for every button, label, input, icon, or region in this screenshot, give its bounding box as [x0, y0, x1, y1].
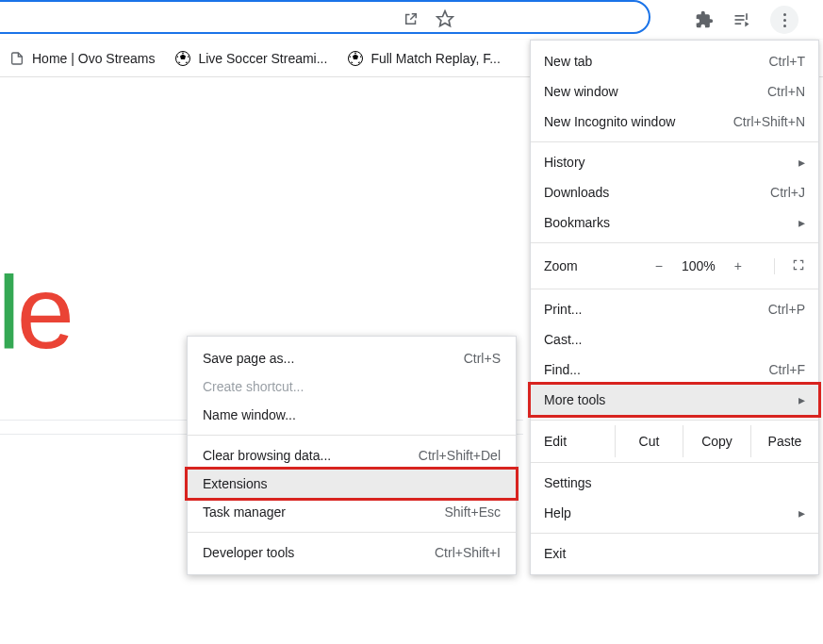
menu-label: New Incognito window — [544, 114, 720, 129]
menu-separator — [531, 533, 818, 534]
menu-label: Settings — [544, 475, 720, 490]
submenu-arrow-icon: ▸ — [796, 505, 805, 520]
menu-label: Cast... — [544, 332, 720, 347]
submenu-label: Name window... — [203, 407, 501, 422]
menu-separator — [531, 242, 818, 243]
edit-cut-button[interactable]: Cut — [615, 425, 683, 457]
submenu-item-create-shortcut: Create shortcut... — [188, 372, 516, 401]
menu-separator — [531, 420, 818, 421]
main-menu-dropdown: New tab Ctrl+T New window Ctrl+N New Inc… — [530, 40, 819, 575]
submenu-label: Extensions — [203, 476, 501, 491]
menu-item-new-window[interactable]: New window Ctrl+N — [531, 76, 818, 107]
submenu-item-developer-tools[interactable]: Developer tools Ctrl+Shift+I — [188, 538, 516, 567]
share-icon[interactable] — [402, 9, 420, 28]
menu-shortcut: Ctrl+J — [720, 185, 805, 200]
menu-label: New window — [544, 84, 720, 99]
bookmark-item[interactable]: Live Soccer Streami... — [175, 51, 327, 66]
submenu-label: Task manager — [203, 504, 444, 520]
submenu-item-name-window[interactable]: Name window... — [188, 401, 516, 429]
bookmark-item[interactable]: Home | Ovo Streams — [9, 51, 155, 66]
menu-item-bookmarks[interactable]: Bookmarks ▸ — [531, 207, 818, 238]
menu-label: Bookmarks — [544, 215, 796, 230]
menu-label: Downloads — [544, 185, 720, 200]
submenu-arrow-icon: ▸ — [796, 392, 805, 407]
edit-paste-button[interactable]: Paste — [750, 425, 818, 457]
omnibox[interactable] — [0, 0, 650, 34]
more-tools-submenu: Save page as... Ctrl+S Create shortcut..… — [187, 336, 517, 575]
menu-item-zoom: Zoom − 100% + — [531, 248, 818, 284]
browser-toolbar — [0, 0, 823, 40]
submenu-separator — [188, 435, 516, 436]
menu-item-new-tab[interactable]: New tab Ctrl+T — [531, 46, 818, 76]
menu-item-cast[interactable]: Cast... — [531, 324, 818, 355]
zoom-in-button[interactable]: + — [734, 258, 742, 273]
submenu-arrow-icon: ▸ — [796, 155, 805, 170]
submenu-item-save-page[interactable]: Save page as... Ctrl+S — [188, 344, 516, 372]
submenu-shortcut: Shift+Esc — [444, 504, 501, 520]
submenu-shortcut: Ctrl+S — [464, 351, 501, 366]
page-icon — [9, 51, 25, 66]
menu-label: History — [544, 155, 796, 170]
submenu-arrow-icon: ▸ — [796, 215, 805, 230]
menu-shortcut: Ctrl+Shift+N — [720, 114, 805, 129]
menu-item-help[interactable]: Help ▸ — [531, 498, 818, 528]
submenu-shortcut: Ctrl+Shift+I — [435, 545, 501, 560]
svg-marker-0 — [437, 11, 453, 26]
zoom-percent: 100% — [682, 258, 716, 273]
menu-separator — [531, 141, 818, 142]
menu-item-print[interactable]: Print... Ctrl+P — [531, 294, 818, 324]
menu-separator — [531, 462, 818, 463]
menu-label: Edit — [531, 434, 615, 449]
submenu-label: Save page as... — [203, 351, 464, 366]
menu-item-edit: Edit Cut Copy Paste — [531, 425, 818, 457]
submenu-item-extensions[interactable]: Extensions — [188, 470, 516, 498]
soccer-ball-icon — [175, 51, 190, 66]
menu-item-find[interactable]: Find... Ctrl+F — [531, 355, 818, 385]
edit-copy-button[interactable]: Copy — [683, 425, 750, 457]
fullscreen-button[interactable] — [774, 258, 805, 274]
submenu-label: Clear browsing data... — [203, 448, 419, 463]
soccer-ball-icon — [348, 51, 363, 66]
menu-shortcut: Ctrl+P — [720, 302, 805, 317]
menu-item-settings[interactable]: Settings — [531, 468, 818, 498]
bookmark-star-icon[interactable] — [436, 9, 454, 28]
menu-item-history[interactable]: History ▸ — [531, 147, 818, 177]
bookmark-item[interactable]: Full Match Replay, F... — [348, 51, 500, 66]
menu-separator — [531, 289, 818, 289]
main-menu-button[interactable] — [770, 6, 798, 34]
submenu-shortcut: Ctrl+Shift+Del — [419, 448, 501, 463]
menu-shortcut: Ctrl+F — [720, 362, 805, 377]
menu-label: Help — [544, 505, 796, 520]
bookmark-label: Home | Ovo Streams — [32, 51, 155, 66]
menu-label: Zoom — [544, 258, 655, 273]
submenu-item-clear-browsing-data[interactable]: Clear browsing data... Ctrl+Shift+Del — [188, 441, 516, 470]
menu-shortcut: Ctrl+T — [720, 54, 805, 69]
menu-item-new-incognito[interactable]: New Incognito window Ctrl+Shift+N — [531, 107, 818, 137]
menu-label: New tab — [544, 54, 720, 69]
menu-item-downloads[interactable]: Downloads Ctrl+J — [531, 177, 818, 207]
bookmark-label: Live Soccer Streami... — [198, 51, 327, 66]
submenu-label: Developer tools — [203, 545, 435, 560]
google-logo-fragment: g l e — [0, 260, 127, 364]
media-control-icon[interactable] — [732, 10, 751, 29]
zoom-out-button[interactable]: − — [655, 258, 663, 273]
bookmark-label: Full Match Replay, F... — [370, 51, 500, 66]
menu-label: Find... — [544, 362, 720, 377]
submenu-item-task-manager[interactable]: Task manager Shift+Esc — [188, 498, 516, 526]
menu-item-exit[interactable]: Exit — [531, 538, 818, 569]
submenu-separator — [188, 532, 516, 533]
menu-item-more-tools[interactable]: More tools ▸ — [531, 385, 818, 415]
extensions-puzzle-icon[interactable] — [695, 10, 714, 29]
submenu-label: Create shortcut... — [203, 379, 501, 394]
menu-shortcut: Ctrl+N — [720, 84, 805, 99]
menu-label: Print... — [544, 302, 720, 317]
menu-label: Exit — [544, 546, 720, 561]
menu-label: More tools — [544, 392, 796, 407]
